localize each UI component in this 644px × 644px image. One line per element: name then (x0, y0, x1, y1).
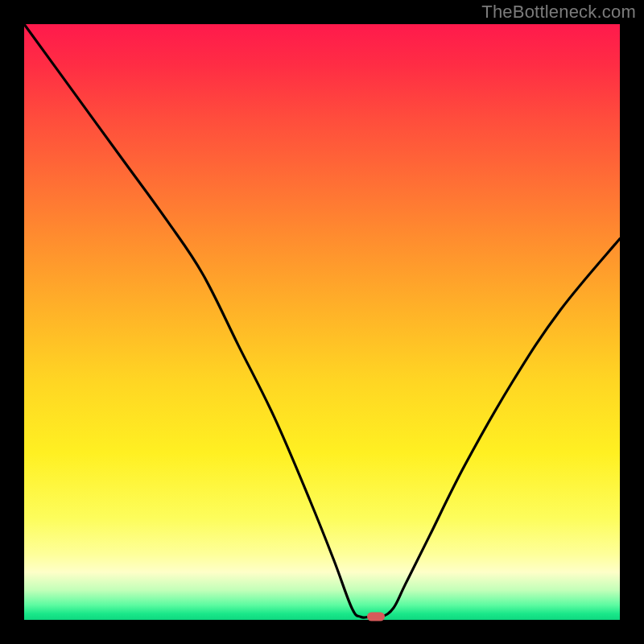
plot-area (24, 24, 620, 620)
chart-frame: TheBottleneck.com (0, 0, 644, 644)
watermark-label: TheBottleneck.com (481, 2, 636, 23)
bottleneck-curve (24, 24, 620, 620)
optimal-point-marker (367, 613, 385, 621)
